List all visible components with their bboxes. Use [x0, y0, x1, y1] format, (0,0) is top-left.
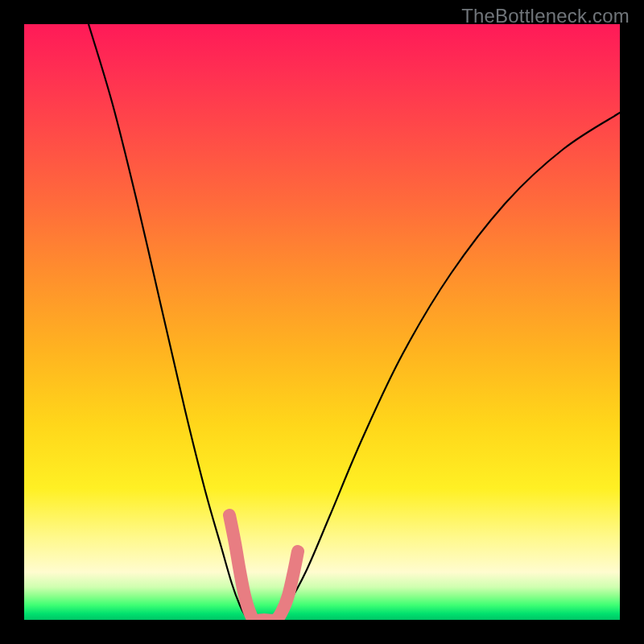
chart-svg: [24, 24, 620, 620]
bottleneck-curve: [89, 24, 620, 620]
chart-container: TheBottleneck.com: [0, 0, 644, 644]
plot-area: [24, 24, 620, 620]
watermark-text: TheBottleneck.com: [461, 5, 630, 27]
